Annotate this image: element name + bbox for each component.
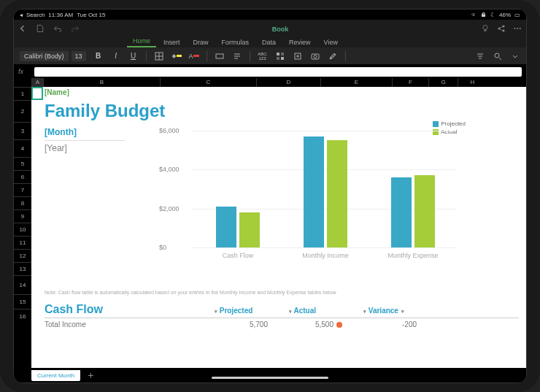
italic-button[interactable]: I bbox=[111, 51, 121, 61]
row-header[interactable]: 16 bbox=[14, 309, 31, 323]
row-header[interactable]: 14 bbox=[14, 275, 31, 294]
dropdown-icon[interactable]: ▾ bbox=[215, 309, 217, 314]
col-header[interactable]: C bbox=[160, 78, 256, 87]
font-name-select[interactable]: Calibri (Body) bbox=[20, 51, 69, 61]
home-indicator[interactable] bbox=[212, 377, 328, 379]
col-header[interactable]: H bbox=[458, 78, 487, 87]
align-icon[interactable] bbox=[232, 51, 242, 61]
row-header[interactable]: 13 bbox=[14, 262, 31, 275]
font-size-select[interactable]: 13 bbox=[72, 51, 86, 61]
row-header[interactable]: 12 bbox=[14, 249, 31, 262]
variance-value: -200 bbox=[363, 320, 437, 328]
table-row[interactable]: Total Income 5,700 5,500 -200 bbox=[45, 318, 519, 328]
back-arrow-icon[interactable] bbox=[18, 23, 27, 31]
redo-icon[interactable] bbox=[71, 23, 80, 31]
ribbon-tab-formulas[interactable]: Formulas bbox=[216, 37, 255, 47]
find-icon[interactable] bbox=[493, 51, 503, 61]
cashflow-header: ▾ Actual bbox=[288, 307, 363, 315]
column-headers[interactable]: A B C D E F G H bbox=[14, 78, 526, 87]
file-actions-icon[interactable] bbox=[36, 23, 45, 31]
bar-projected[interactable] bbox=[391, 177, 412, 247]
bar-projected[interactable] bbox=[216, 207, 236, 247]
cells-canvas[interactable]: [Name] Family Budget [Month] [Year] Proj… bbox=[31, 87, 526, 368]
svg-rect-8 bbox=[216, 54, 223, 58]
col-header[interactable]: E bbox=[320, 78, 392, 87]
borders-icon[interactable] bbox=[154, 51, 164, 61]
row-header[interactable]: 7 bbox=[14, 183, 31, 196]
cell-styles-icon[interactable] bbox=[275, 51, 285, 61]
clear-icon[interactable] bbox=[328, 51, 338, 61]
row-header[interactable]: 6 bbox=[14, 170, 31, 183]
row-header[interactable]: 3 bbox=[14, 122, 31, 139]
row-header[interactable]: 2 bbox=[14, 100, 31, 122]
year-placeholder[interactable]: [Year] bbox=[45, 140, 125, 153]
share-icon[interactable] bbox=[497, 23, 506, 31]
underline-button[interactable]: U bbox=[128, 51, 139, 61]
lightbulb-icon[interactable] bbox=[481, 23, 490, 31]
row-header[interactable]: 1 bbox=[14, 87, 31, 100]
page-title[interactable]: Family Budget bbox=[45, 101, 526, 121]
bar-actual[interactable] bbox=[327, 140, 347, 247]
sheet-area[interactable]: 12345678910111213141516 [Name] Family Bu… bbox=[14, 87, 526, 368]
more-icon[interactable] bbox=[513, 23, 522, 31]
ribbon-tab-home[interactable]: Home bbox=[127, 36, 156, 47]
dropdown-icon[interactable]: ▾ bbox=[363, 309, 366, 314]
ribbon-tab-insert[interactable]: Insert bbox=[158, 37, 186, 47]
col-header[interactable]: A bbox=[31, 78, 43, 87]
col-header[interactable]: D bbox=[256, 78, 320, 87]
bold-button[interactable]: B bbox=[93, 51, 104, 61]
dropdown-icon[interactable]: ▾ bbox=[401, 309, 404, 314]
ribbon-tab-draw[interactable]: Draw bbox=[188, 37, 215, 47]
ribbon-tab-review[interactable]: Review bbox=[283, 37, 317, 47]
active-cell[interactable] bbox=[31, 87, 43, 100]
number-format-icon[interactable]: ABC 123 bbox=[258, 51, 268, 61]
merge-icon[interactable] bbox=[215, 51, 225, 61]
sort-filter-icon[interactable] bbox=[475, 51, 485, 61]
negative-indicator-icon bbox=[336, 322, 342, 328]
row-header[interactable]: 15 bbox=[14, 294, 31, 309]
back-chevron-icon[interactable]: ◂ bbox=[20, 12, 23, 18]
fill-color-icon[interactable] bbox=[171, 51, 182, 61]
select-all-corner[interactable] bbox=[14, 78, 31, 87]
dropdown-icon[interactable]: ▾ bbox=[289, 309, 292, 314]
document-title[interactable]: Book bbox=[88, 26, 472, 33]
formula-input[interactable] bbox=[34, 67, 522, 77]
add-sheet-button[interactable]: + bbox=[88, 369, 93, 381]
svg-point-6 bbox=[520, 28, 521, 29]
cash-flow-table[interactable]: Cash Flow ▾ Projected ▾ Actual ▾ Varianc… bbox=[45, 303, 519, 328]
row-headers[interactable]: 12345678910111213141516 bbox=[14, 87, 31, 368]
projected-value: 5,700 bbox=[214, 320, 288, 328]
collapse-ribbon-icon[interactable] bbox=[510, 51, 520, 61]
fx-label[interactable]: fx bbox=[18, 68, 31, 75]
row-header[interactable]: 9 bbox=[14, 210, 31, 223]
col-header[interactable]: B bbox=[43, 78, 160, 87]
col-header[interactable]: G bbox=[428, 78, 458, 87]
ribbon-tab-view[interactable]: View bbox=[318, 37, 344, 47]
budget-chart[interactable]: ProjectedActual $0$2,000$4,000$6,000 Cas… bbox=[159, 120, 473, 274]
row-header[interactable]: 10 bbox=[14, 223, 31, 236]
col-header[interactable]: F bbox=[392, 78, 428, 87]
undo-icon[interactable] bbox=[53, 23, 62, 31]
gridline bbox=[193, 247, 455, 248]
actual-value: 5,500 bbox=[288, 320, 363, 328]
row-header[interactable]: 11 bbox=[14, 236, 31, 249]
font-color-icon[interactable]: A bbox=[189, 51, 199, 61]
row-label: Total Income bbox=[45, 320, 214, 328]
bar-projected[interactable] bbox=[304, 137, 324, 247]
svg-point-16 bbox=[495, 53, 499, 58]
row-header[interactable]: 5 bbox=[14, 157, 31, 170]
x-tick-label: Cash Flow bbox=[205, 252, 271, 259]
row-header[interactable]: 8 bbox=[14, 196, 31, 210]
ios-back-label[interactable]: Search bbox=[26, 12, 45, 18]
svg-rect-12 bbox=[281, 57, 284, 60]
row-header[interactable]: 4 bbox=[14, 139, 31, 157]
ribbon-tab-data[interactable]: Data bbox=[256, 37, 282, 47]
bar-actual[interactable] bbox=[239, 212, 260, 247]
wifi-icon: ᯤ bbox=[471, 12, 477, 18]
insert-icon[interactable] bbox=[293, 51, 303, 61]
bar-actual[interactable] bbox=[414, 175, 435, 247]
camera-icon[interactable] bbox=[310, 51, 320, 61]
footnote: Note: Cash flow table is automatically c… bbox=[45, 290, 336, 295]
sheet-tab[interactable]: Current Month bbox=[31, 370, 80, 381]
name-placeholder[interactable]: [Name] bbox=[45, 88, 526, 96]
